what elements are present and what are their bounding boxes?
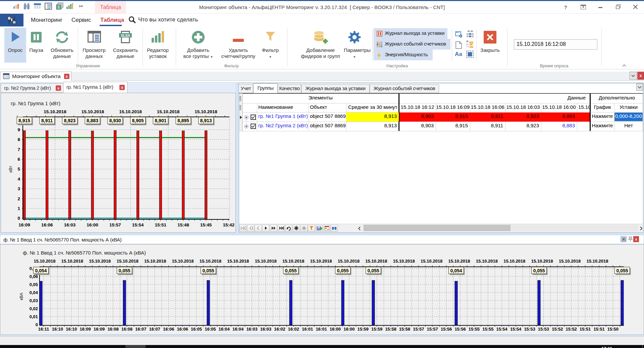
svg-text:8,923: 8,923	[64, 118, 75, 123]
svg-text:15.10.2018: 15.10.2018	[82, 109, 104, 114]
svg-text:16:02: 16:02	[288, 327, 299, 332]
svg-text:16:03: 16:03	[64, 222, 76, 227]
svg-text:16:06: 16:06	[163, 327, 174, 332]
svg-text:15.10.2018: 15.10.2018	[448, 259, 470, 264]
svg-text:0,055: 0,055	[118, 268, 130, 273]
svg-text:15:54: 15:54	[496, 327, 508, 332]
svg-text:16:08: 16:08	[107, 327, 118, 332]
svg-text:15:51: 15:51	[580, 327, 591, 332]
svg-text:0,01: 0,01	[30, 314, 38, 319]
svg-text:0,055: 0,055	[533, 268, 545, 273]
svg-text:15.10.2018: 15.10.2018	[195, 109, 217, 114]
svg-text:15.10.2018: 15.10.2018	[200, 259, 221, 264]
svg-text:15.10.2018: 15.10.2018	[503, 259, 525, 264]
svg-text:16:05: 16:05	[191, 327, 202, 332]
svg-text:3: 3	[17, 186, 20, 191]
svg-text:16:07: 16:07	[149, 327, 160, 332]
svg-text:16:02: 16:02	[274, 327, 285, 332]
svg-text:15:53: 15:53	[524, 327, 535, 332]
svg-text:15:53: 15:53	[538, 327, 549, 332]
svg-text:16:04: 16:04	[232, 327, 244, 332]
svg-text:XLSX: XLSX	[121, 33, 130, 38]
svg-text:15:45: 15:45	[200, 222, 212, 227]
svg-text:15:59: 15:59	[371, 327, 382, 332]
svg-text:0,054: 0,054	[35, 268, 47, 273]
svg-text:8,895: 8,895	[177, 118, 189, 123]
svg-text:15.10.2018: 15.10.2018	[310, 259, 332, 264]
svg-text:16:09: 16:09	[94, 327, 105, 332]
svg-text:15.10.2018: 15.10.2018	[89, 259, 111, 264]
svg-text:4: 4	[17, 177, 20, 182]
svg-text:15:50: 15:50	[607, 327, 619, 332]
svg-text:15.10.2018: 15.10.2018	[227, 259, 249, 264]
svg-text:16:04: 16:04	[219, 327, 230, 332]
svg-text:16:03: 16:03	[246, 327, 257, 332]
svg-text:16:00: 16:00	[330, 327, 341, 332]
svg-text:15.10.2018: 15.10.2018	[157, 109, 180, 114]
svg-text:15:54: 15:54	[510, 327, 522, 332]
svg-text:16:10: 16:10	[66, 327, 77, 332]
svg-text:15:55: 15:55	[482, 327, 493, 332]
svg-text:16:01: 16:01	[302, 327, 313, 332]
svg-text:гр. №1 Группа 1 (кВт): гр. №1 Группа 1 (кВт)	[11, 100, 60, 106]
svg-text:15:56: 15:56	[454, 327, 466, 332]
svg-text:15.10.2018: 15.10.2018	[393, 259, 415, 264]
svg-text:15:48: 15:48	[177, 222, 189, 227]
svg-text:15:58: 15:58	[385, 327, 396, 332]
svg-text:15:57: 15:57	[427, 327, 438, 332]
svg-text:8,915: 8,915	[18, 118, 30, 123]
svg-text:кВт: кВт	[8, 166, 13, 172]
svg-text:15.10.2018: 15.10.2018	[559, 259, 581, 264]
svg-text:7: 7	[17, 147, 20, 152]
svg-text:15.10.2018: 15.10.2018	[144, 259, 166, 264]
svg-text:16:00: 16:00	[343, 327, 355, 332]
svg-text:15:54: 15:54	[132, 222, 144, 227]
svg-text:9: 9	[17, 127, 20, 132]
svg-text:8: 8	[17, 137, 20, 142]
svg-text:16:01: 16:01	[316, 327, 327, 332]
svg-text:16:09: 16:09	[18, 222, 30, 227]
svg-text:ф. № 1 Ввод 1 сч. №5065770 Пол: ф. № 1 Ввод 1 сч. №5065770 Пол. мощность…	[23, 250, 146, 256]
svg-text:15.10.2018: 15.10.2018	[255, 259, 277, 264]
svg-text:16:10: 16:10	[52, 327, 63, 332]
svg-text:8,901: 8,901	[155, 118, 166, 123]
svg-text:0,055: 0,055	[285, 268, 297, 273]
svg-text:8,913: 8,913	[200, 118, 212, 123]
svg-text:15:55: 15:55	[469, 327, 480, 332]
svg-text:15.10.2018: 15.10.2018	[172, 259, 194, 264]
svg-text:15.10.2018: 15.10.2018	[44, 109, 66, 114]
svg-text:15.10.2018: 15.10.2018	[34, 259, 55, 264]
svg-text:15.10.2018: 15.10.2018	[531, 259, 553, 264]
svg-text:0,02: 0,02	[30, 306, 38, 311]
svg-text:16:09: 16:09	[80, 327, 91, 332]
svg-text:8,911: 8,911	[41, 118, 53, 123]
svg-text:0,05: 0,05	[30, 282, 38, 287]
svg-text:2: 2	[17, 196, 20, 201]
svg-text:16:03: 16:03	[260, 327, 271, 332]
svg-text:16:11: 16:11	[38, 327, 49, 332]
svg-text:0,054: 0,054	[450, 268, 462, 273]
svg-text:15.10.2018: 15.10.2018	[421, 259, 442, 264]
svg-text:15:52: 15:52	[552, 327, 563, 332]
svg-text:0,055: 0,055	[202, 268, 214, 273]
svg-text:1: 1	[17, 206, 20, 211]
svg-text:15:42: 15:42	[223, 222, 235, 227]
svg-text:15.10.2018: 15.10.2018	[476, 259, 498, 264]
svg-text:8,883: 8,883	[87, 118, 98, 123]
svg-text:16:05: 16:05	[205, 327, 216, 332]
svg-text:15.10.2018: 15.10.2018	[365, 259, 387, 264]
svg-text:?: ?	[564, 4, 567, 10]
svg-text:8,905: 8,905	[132, 118, 144, 123]
svg-text:0,03: 0,03	[30, 298, 38, 303]
svg-text:0: 0	[36, 322, 38, 327]
svg-text:6: 6	[17, 157, 20, 162]
svg-text:16:06: 16:06	[41, 222, 53, 227]
svg-text:15.10.2018: 15.10.2018	[338, 259, 360, 264]
svg-text:0,04: 0,04	[30, 290, 38, 295]
svg-text:15:51: 15:51	[155, 222, 166, 227]
svg-text:15:58: 15:58	[399, 327, 410, 332]
svg-text:15:56: 15:56	[441, 327, 452, 332]
svg-text:16:00: 16:00	[87, 222, 98, 227]
svg-text:15.10.2018: 15.10.2018	[586, 259, 608, 264]
svg-text:15.10.2018: 15.10.2018	[117, 259, 139, 264]
